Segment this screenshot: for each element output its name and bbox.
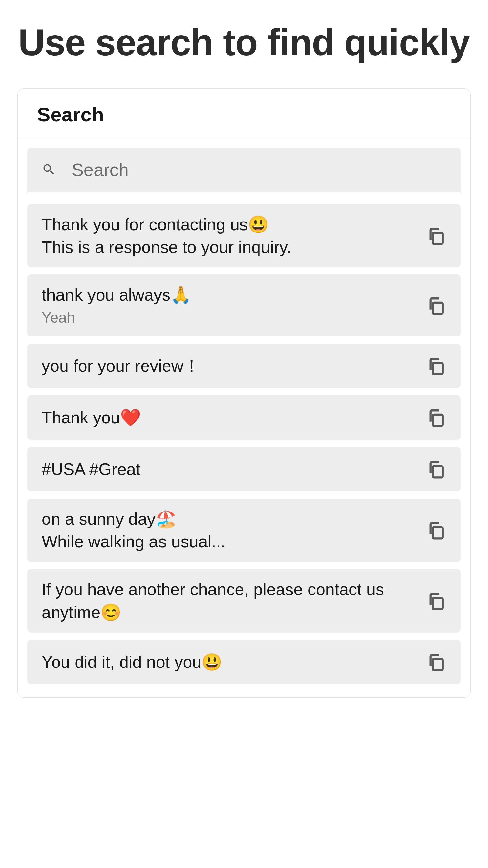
item-secondary-text: Yeah bbox=[42, 308, 415, 328]
item-primary-text: #USA #Great bbox=[42, 458, 415, 480]
copy-button[interactable] bbox=[422, 352, 449, 379]
item-content: you for your review！ bbox=[42, 354, 415, 377]
list-item[interactable]: thank you always🙏 Yeah bbox=[27, 275, 461, 337]
copy-icon bbox=[426, 408, 445, 427]
svg-rect-1 bbox=[433, 303, 443, 314]
list-item[interactable]: on a sunny day🏖️ While walking as usual.… bbox=[27, 499, 461, 562]
list-item[interactable]: Thank you❤️ bbox=[27, 395, 461, 440]
item-content: If you have another chance, please conta… bbox=[42, 578, 415, 623]
svg-rect-4 bbox=[433, 466, 443, 477]
svg-rect-3 bbox=[433, 414, 443, 426]
svg-rect-0 bbox=[433, 233, 443, 244]
item-content: Thank you for contacting us😃 This is a r… bbox=[42, 213, 415, 258]
app-card: Search Thank you for contacting us😃 This… bbox=[18, 89, 470, 698]
item-primary-text: If you have another chance, please conta… bbox=[42, 578, 415, 623]
items-list: Thank you for contacting us😃 This is a r… bbox=[27, 204, 461, 684]
hero-title: Use search to find quickly bbox=[0, 0, 488, 89]
item-content: #USA #Great bbox=[42, 458, 415, 480]
app-body: Thank you for contacting us😃 This is a r… bbox=[18, 139, 470, 697]
copy-button[interactable] bbox=[422, 456, 449, 483]
app-header: Search bbox=[18, 89, 470, 139]
search-icon bbox=[42, 162, 56, 177]
item-primary-text: Thank you❤️ bbox=[42, 406, 415, 429]
item-primary-text: thank you always🙏 bbox=[42, 283, 415, 306]
item-primary-text: Thank you for contacting us😃 This is a r… bbox=[42, 213, 415, 258]
copy-button[interactable] bbox=[422, 588, 449, 614]
item-content: Thank you❤️ bbox=[42, 406, 415, 429]
copy-icon bbox=[426, 592, 445, 610]
list-item[interactable]: Thank you for contacting us😃 This is a r… bbox=[27, 204, 461, 268]
svg-rect-6 bbox=[433, 598, 443, 609]
list-item[interactable]: You did it, did not you😃 bbox=[27, 640, 461, 684]
copy-button[interactable] bbox=[422, 292, 449, 319]
item-primary-text: You did it, did not you😃 bbox=[42, 651, 415, 673]
copy-icon bbox=[426, 521, 445, 539]
item-primary-text: on a sunny day🏖️ While walking as usual.… bbox=[42, 507, 415, 553]
copy-button[interactable] bbox=[422, 404, 449, 431]
copy-button[interactable] bbox=[422, 649, 449, 675]
page-title: Search bbox=[37, 103, 451, 126]
svg-rect-2 bbox=[433, 363, 443, 374]
list-item[interactable]: If you have another chance, please conta… bbox=[27, 569, 461, 632]
copy-button[interactable] bbox=[422, 222, 449, 249]
item-primary-text: you for your review！ bbox=[42, 354, 415, 377]
copy-icon bbox=[426, 460, 445, 478]
item-content: thank you always🙏 Yeah bbox=[42, 283, 415, 328]
svg-rect-5 bbox=[433, 527, 443, 538]
list-item[interactable]: you for your review！ bbox=[27, 344, 461, 388]
copy-icon bbox=[426, 356, 445, 375]
copy-icon bbox=[426, 653, 445, 671]
item-content: on a sunny day🏖️ While walking as usual.… bbox=[42, 507, 415, 553]
search-bar[interactable] bbox=[27, 148, 461, 192]
copy-icon bbox=[426, 226, 445, 245]
copy-button[interactable] bbox=[422, 517, 449, 544]
search-input[interactable] bbox=[71, 159, 446, 180]
item-content: You did it, did not you😃 bbox=[42, 651, 415, 673]
copy-icon bbox=[426, 296, 445, 315]
svg-rect-7 bbox=[433, 659, 443, 670]
list-item[interactable]: #USA #Great bbox=[27, 447, 461, 492]
